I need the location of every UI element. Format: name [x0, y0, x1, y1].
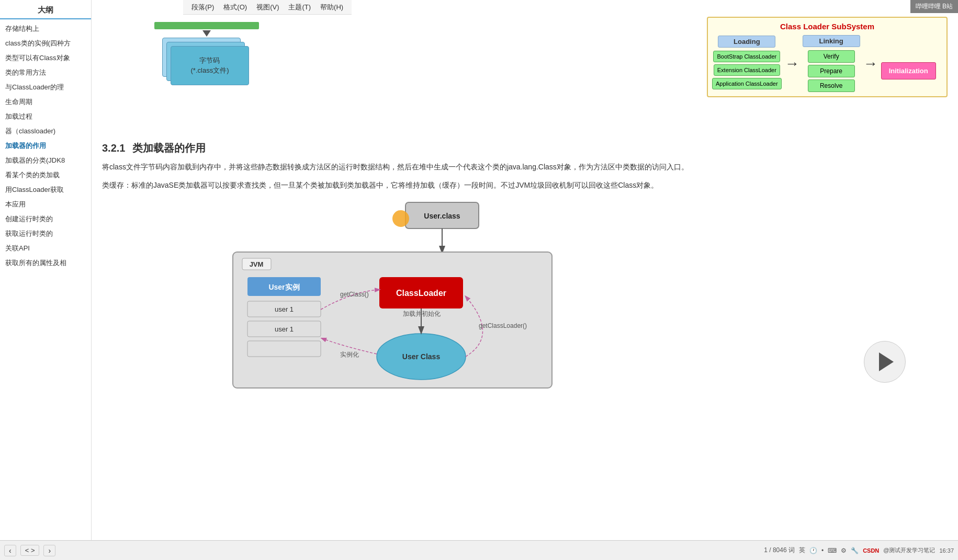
svg-text:user 1: user 1 [275, 325, 294, 333]
svg-text:User实例: User实例 [268, 283, 299, 291]
sidebar: 大纲 存储结构上 class类的实例(四种方 类型可以有Class对象 类的常用… [0, 0, 92, 560]
cl-init-section: Initialization [881, 62, 936, 79]
nav-next-button[interactable]: › [43, 545, 55, 556]
paragraph-2: 类缓存：标准的JavaSE类加载器可以按要求查找类，但一旦某个类被加载到类加载器… [102, 179, 948, 192]
classloader-subsystem-title: Class Loader SubSystem [712, 22, 942, 31]
sidebar-item-16[interactable]: 获取所有的属性及相 [0, 256, 91, 270]
cl-prepare: Prepare [808, 65, 855, 77]
svg-text:ClassLoader: ClassLoader [396, 289, 446, 298]
bottom-right-icons: 英 🕐 • ⌨ ⚙ 🔧 CSDN @测试开发学习笔记 16:37 [799, 546, 954, 555]
sidebar-item-12[interactable]: 本应用 [0, 197, 91, 212]
sidebar-item-15[interactable]: 关联API [0, 241, 91, 256]
arrow-down-bytecode [202, 30, 211, 37]
classloader-subsystem-diagram: Class Loader SubSystem Loading BootStrap… [707, 17, 948, 97]
sidebar-item-1[interactable]: class类的实例(四种方 [0, 36, 91, 51]
video-widget[interactable] [864, 341, 906, 383]
svg-text:User.class: User.class [424, 212, 460, 220]
csdn-label: CSDN [863, 547, 879, 554]
cl-init-box: Initialization [881, 62, 936, 79]
svg-rect-13 [247, 341, 321, 357]
jvm-svg-diagram: User.class JVM User实例 user 1 user 1 Clas… [154, 200, 583, 393]
cl-linking-section: Linking Verify Prepare Resolve [803, 35, 860, 92]
svg-text:JVM: JVM [250, 260, 264, 268]
svg-text:实例化: 实例化 [340, 351, 359, 358]
cl-loading-section: Loading BootStrap ClassLoader Extension … [712, 36, 782, 92]
word-count: 1 / 8046 词 [764, 546, 795, 555]
svg-text:getClass(): getClass() [340, 291, 369, 298]
cl-extension: Extension ClassLoader [714, 64, 780, 76]
bytecode-card-front: 字节码(*.class文件) [171, 46, 249, 85]
menu-item-0[interactable]: 段落(P) [187, 1, 218, 14]
svg-text:User Class: User Class [402, 352, 441, 361]
cl-arrow-2: → [863, 55, 878, 72]
cl-application: Application ClassLoader [712, 78, 782, 89]
lang-indicator: 英 [799, 546, 805, 555]
section-title: 类加载器的作用 [132, 142, 206, 154]
menu-bar: 段落(P) 格式(O) 视图(V) 主题(T) 帮助(H) [183, 0, 352, 15]
sidebar-item-8[interactable]: 加载器的作用 [0, 139, 91, 153]
menu-item-4[interactable]: 帮助(H) [316, 1, 347, 14]
menu-item-2[interactable]: 视图(V) [252, 1, 283, 14]
cl-verify: Verify [808, 50, 855, 63]
sidebar-item-2[interactable]: 类型可以有Class对象 [0, 51, 91, 65]
jvm-diagram-area: User.class JVM User实例 user 1 user 1 Clas… [102, 200, 948, 398]
cl-bootstrap: BootStrap ClassLoader [713, 51, 780, 62]
bytecode-card-text: 字节码(*.class文件) [191, 56, 229, 75]
keyboard-icon: ⌨ [828, 547, 837, 554]
main-content: 段落(P) 格式(O) 视图(V) 主题(T) 帮助(H) 字节码(*.clas… [92, 0, 958, 560]
menu-item-3[interactable]: 主题(T) [284, 1, 315, 14]
watermark: 哔哩哔哩 B站 [910, 0, 958, 13]
green-bar [154, 22, 259, 29]
settings-icon: ⚙ [841, 547, 847, 554]
cl-linking-title: Linking [803, 35, 860, 47]
sidebar-item-6[interactable]: 加载过程 [0, 109, 91, 124]
code-toggle-button[interactable]: < > [20, 545, 40, 556]
video-play-icon [879, 352, 894, 371]
cl-arrow-1: → [785, 55, 799, 72]
sidebar-item-0[interactable]: 存储结构上 [0, 21, 91, 36]
cl-loading-title: Loading [718, 36, 775, 48]
cl-resolve: Resolve [808, 79, 855, 92]
sidebar-item-11[interactable]: 用ClassLoader获取 [0, 182, 91, 197]
sidebar-item-14[interactable]: 获取运行时类的 [0, 226, 91, 241]
sidebar-title: 大纲 [0, 0, 91, 19]
section-number: 3.2.1 [102, 142, 125, 154]
sidebar-item-13[interactable]: 创建运行时类的 [0, 212, 91, 226]
wrench-icon: 🔧 [851, 547, 859, 554]
svg-text:getClassLoader(): getClassLoader() [479, 322, 527, 329]
dot-icon: • [821, 547, 824, 554]
section-heading: 3.2.1 类加载器的作用 [102, 141, 948, 155]
time-label: 16:37 [939, 547, 954, 554]
sidebar-item-10[interactable]: 看某个类的类加载 [0, 168, 91, 182]
bottom-bar: ‹ < > › 1 / 8046 词 英 🕐 • ⌨ ⚙ 🔧 CSDN @测试开… [0, 540, 958, 560]
svg-text:user 1: user 1 [275, 305, 294, 313]
paragraph-1: 将class文件字节码内容加载到内存中，并将这些静态数据转换成方法区的运行时数据… [102, 161, 948, 174]
nav-prev-button[interactable]: ‹ [4, 545, 16, 556]
bytecode-diagram: 字节码(*.class文件) [154, 22, 259, 95]
platform-label: @测试开发学习笔记 [883, 546, 935, 554]
sidebar-item-5[interactable]: 生命周期 [0, 95, 91, 109]
sidebar-item-3[interactable]: 类的常用方法 [0, 65, 91, 80]
menu-item-1[interactable]: 格式(O) [219, 1, 251, 14]
sidebar-item-4[interactable]: 与ClassLoader的理 [0, 80, 91, 95]
top-diagram: 字节码(*.class文件) Class Loader SubSystem Lo… [102, 17, 948, 132]
sidebar-items: 存储结构上 class类的实例(四种方 类型可以有Class对象 类的常用方法 … [0, 21, 91, 270]
clock-icon: 🕐 [809, 547, 817, 554]
bytecode-box-stack: 字节码(*.class文件) [162, 38, 251, 95]
sidebar-item-7[interactable]: 器（classloader) [0, 124, 91, 139]
sidebar-item-9[interactable]: 加载器的分类(JDK8 [0, 153, 91, 168]
